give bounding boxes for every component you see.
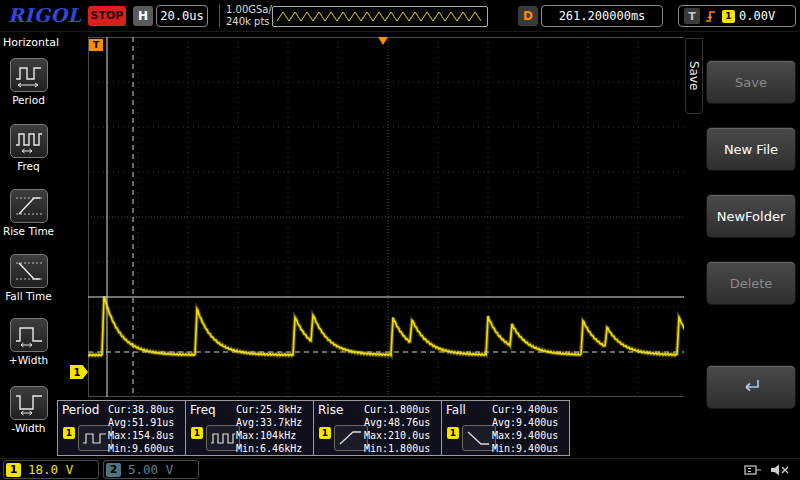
menu-item-freq[interactable]: Freq [0,124,57,172]
h-label: H [133,6,153,26]
menu-item-neg-width[interactable]: -Width [0,386,57,434]
period-measure-icon [78,425,112,451]
acquisition-info: 1.00GSa/s 240k pts [219,4,277,28]
measurement-panel-period: Period 1 Cur:38.80us Avg:51.91us Max:154… [57,400,186,456]
measure-cur: Cur:38.80us [108,403,182,416]
delete-button[interactable]: Delete [706,261,796,305]
new-folder-button[interactable]: NewFolder [706,194,796,238]
measurement-name: Period [62,403,99,417]
scope-display [88,37,688,397]
return-button[interactable] [706,365,796,409]
sample-rate: 1.00GSa/s [226,4,277,16]
fall-time-icon [10,254,48,288]
plus-width-icon [10,318,48,352]
measure-avg: Avg:33.7kHz [236,416,310,429]
usb-icon [742,461,764,479]
menu-item-period[interactable]: Period [0,58,57,106]
measurement-channel-badge: 1 [191,427,203,439]
rise-time-icon [10,189,48,223]
menu-item-label: Fall Time [0,290,57,302]
trigger-position-arrow[interactable] [378,37,388,45]
measurement-channel-badge: 1 [63,427,75,439]
measurement-values: Cur:25.8kHz Avg:33.7kHz Max:104kHz Min:6… [236,403,310,455]
menu-item-label: +Width [0,354,57,366]
rise-measure-icon [334,425,368,451]
waveform-position-zigzag [273,7,487,26]
measure-avg: Avg:51.91us [108,416,182,429]
menu-title: Horizontal [3,36,59,49]
measurement-name: Rise [318,403,343,417]
measurement-values: Cur:9.400us Avg:9.400us Max:9.400us Min:… [492,403,566,455]
trigger-status-group: T 1 0.00V [678,5,796,27]
return-arrow-icon [738,377,764,397]
measure-avg: Avg:9.400us [492,416,566,429]
measurement-values: Cur:1.800us Avg:48.76us Max:210.0us Min:… [364,403,438,455]
menu-item-label: Rise Time [0,225,57,237]
menu-title-label: Save [687,61,701,90]
channel-1-scale: 18.0 V [28,462,73,477]
measurement-name: Freq [190,403,216,417]
measure-min: Min:6.46kHz [236,442,310,455]
channel-1-badge: 1 [6,463,21,477]
memory-depth: 240k pts [226,16,277,28]
channel-2-status[interactable]: 2 5.00 V [103,460,199,479]
channel-2-scale: 5.00 V [128,462,173,477]
measurement-channel-badge: 1 [447,427,459,439]
measure-max: Max:9.400us [492,429,566,442]
oscilloscope-screen: RIGOL STOP H 20.0us 1.00GSa/s 240k pts D… [0,0,800,480]
measure-cur: Cur:25.8kHz [236,403,310,416]
run-state-indicator[interactable]: STOP [88,6,126,26]
top-status-bar: RIGOL STOP H 20.0us 1.00GSa/s 240k pts D… [0,0,800,32]
measure-max: Max:210.0us [364,429,438,442]
rigol-logo: RIGOL [8,4,81,26]
menu-item-label: Freq [0,160,57,172]
measurement-channel-badge: 1 [319,427,331,439]
measure-min: Min:1.800us [364,442,438,455]
channel-2-badge: 2 [106,463,121,477]
measurement-name: Fall [446,403,466,417]
measurement-values: Cur:38.80us Avg:51.91us Max:154.8us Min:… [108,403,182,455]
waveform-position-indicator [272,6,488,27]
save-softkey-menu: Save Save New File NewFolder Delete [684,32,800,458]
fall-measure-icon [462,425,496,451]
horizontal-measure-menu: Horizontal Period Freq Rise Time Fall Ti… [0,32,57,458]
delay-value: 261.200000ms [541,5,663,27]
measure-min: Min:9.600us [108,442,182,455]
minus-width-icon [10,386,48,420]
trigger-level-value: 0.00V [739,9,775,23]
new-file-button[interactable]: New File [706,127,796,171]
save-button[interactable]: Save [706,60,796,104]
measurement-panel-freq: Freq 1 Cur:25.8kHz Avg:33.7kHz Max:104kH… [185,400,314,456]
menu-item-fall-time[interactable]: Fall Time [0,254,57,302]
menu-item-rise-time[interactable]: Rise Time [0,189,57,237]
measure-avg: Avg:48.76us [364,416,438,429]
freq-measure-icon [206,425,240,451]
horizontal-scale-value: 20.0us [156,5,208,27]
period-icon [10,58,48,92]
freq-icon [10,124,48,158]
channel-status-bar: 1 18.0 V 2 5.00 V [0,458,800,480]
speaker-mute-icon[interactable] [768,461,792,479]
measure-min: Min:9.400us [492,442,566,455]
trigger-label: T [684,8,700,24]
menu-title-tab: Save [685,38,703,114]
measurement-panel-rise: Rise 1 Cur:1.800us Avg:48.76us Max:210.0… [313,400,442,456]
trigger-source-badge: 1 [722,10,735,23]
measure-max: Max:154.8us [108,429,182,442]
measurement-panel-fall: Fall 1 Cur:9.400us Avg:9.400us Max:9.400… [441,400,570,456]
channel-1-level-marker[interactable]: 1 [70,365,88,379]
menu-item-pos-width[interactable]: +Width [0,318,57,366]
measure-cur: Cur:1.800us [364,403,438,416]
trigger-edge-icon [704,8,718,24]
measure-cur: Cur:9.400us [492,403,566,416]
menu-item-label: Period [0,94,57,106]
measure-max: Max:104kHz [236,429,310,442]
trigger-position-pinned-marker[interactable]: T [89,39,103,51]
menu-item-label: -Width [0,422,57,434]
channel-1-status[interactable]: 1 18.0 V [3,460,99,479]
delay-label: D [518,6,538,26]
